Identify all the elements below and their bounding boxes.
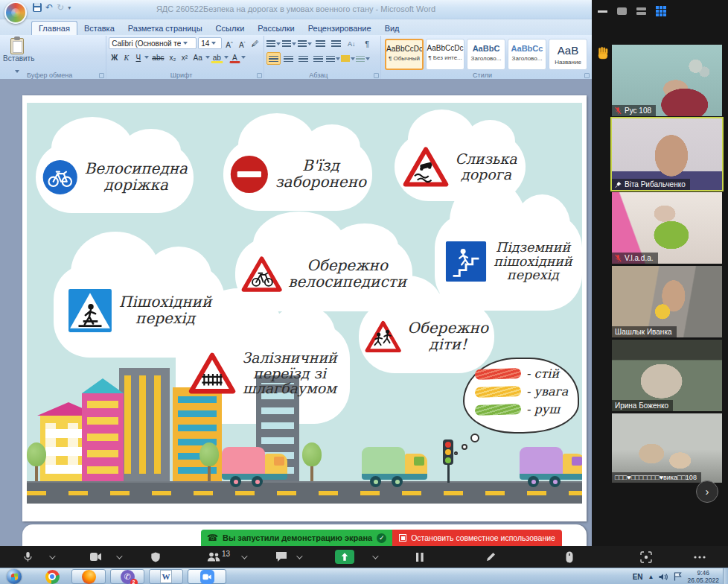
more-button[interactable]: [694, 546, 706, 568]
taskbar-word-button[interactable]: W: [149, 569, 183, 584]
participant-tile[interactable]: Віта Рибальченко: [612, 118, 722, 190]
bubble-tail-circle: [470, 434, 479, 442]
font-size-select[interactable]: 14: [198, 37, 222, 49]
action-center-flag-icon[interactable]: [674, 572, 682, 581]
participant-tile[interactable]: □□□♥□□□□□□□♥вика□□108: [612, 413, 722, 483]
security-button[interactable]: [150, 546, 161, 568]
bold-button[interactable]: Ж: [109, 51, 120, 63]
taskbar-zoom-button[interactable]: [188, 569, 226, 584]
bullets-button[interactable]: [266, 37, 281, 50]
align-center-button[interactable]: [281, 52, 296, 65]
multilevel-list-button[interactable]: [298, 37, 312, 50]
office-button[interactable]: [4, 1, 27, 24]
tab-mailings[interactable]: Рассылки: [251, 22, 301, 35]
tab-insert[interactable]: Вставка: [77, 22, 121, 35]
clear-formatting-button[interactable]: 🖉: [249, 37, 261, 49]
show-desktop-button[interactable]: [723, 568, 728, 584]
grid-view-icon[interactable]: [656, 6, 659, 9]
remote-control-button[interactable]: [566, 546, 573, 568]
numbering-button[interactable]: [282, 37, 296, 50]
participant-tile[interactable]: Рус 108: [612, 45, 722, 116]
underline-button[interactable]: Ч: [132, 51, 144, 63]
tab-references[interactable]: Ссылки: [209, 22, 252, 35]
participant-tile[interactable]: Шашлык Иванка: [612, 266, 722, 337]
underline-dropdown-icon[interactable]: [144, 56, 149, 59]
phone-icon: ☎: [207, 533, 218, 543]
road-safety-illustration: Велосипедна доріжка В'їзд: [27, 103, 582, 504]
font-color-button[interactable]: А: [229, 51, 240, 63]
superscript-button[interactable]: x²: [179, 51, 190, 63]
strikethrough-button[interactable]: abc: [150, 51, 166, 63]
mute-button[interactable]: [22, 546, 33, 568]
highlight-dropdown-icon[interactable]: [224, 56, 229, 59]
increase-indent-button[interactable]: [329, 37, 343, 50]
shrink-font-button[interactable]: Аˇ: [237, 37, 248, 49]
grow-font-button[interactable]: А^: [223, 37, 235, 49]
video-options-chevron-icon[interactable]: [116, 546, 121, 568]
font-name-select[interactable]: Calibri (Основной те: [109, 37, 197, 49]
pause-share-button[interactable]: [415, 546, 424, 568]
tab-review[interactable]: Рецензирование: [301, 22, 378, 35]
line-spacing-button[interactable]: [326, 52, 340, 65]
style-heading1[interactable]: AaBbC Заголово...: [467, 39, 505, 70]
taskbar-viber-button[interactable]: ✆2: [110, 569, 144, 584]
participant-tile[interactable]: Ирина Боженко: [612, 340, 722, 411]
decrease-indent-button[interactable]: [313, 37, 328, 50]
tab-page-layout[interactable]: Разметка страницы: [121, 22, 209, 35]
style-normal[interactable]: AaBbCcDc ¶ Обычный: [385, 39, 424, 70]
paragraph-dialog-launcher[interactable]: [374, 73, 379, 78]
red-light-scribble: [475, 367, 521, 379]
video-button[interactable]: [89, 546, 102, 568]
minimize-panel-icon[interactable]: [598, 10, 607, 13]
record-button[interactable]: [640, 546, 652, 568]
style-no-spacing[interactable]: AaBbCcDc ¶ Без инте...: [426, 39, 464, 70]
next-participants-page-button[interactable]: ›: [696, 480, 718, 503]
participants-chevron-icon[interactable]: [241, 546, 246, 568]
tab-home[interactable]: Главная: [31, 21, 77, 35]
shading-button[interactable]: [341, 52, 355, 65]
align-right-button[interactable]: [296, 52, 310, 65]
font-dialog-launcher[interactable]: [257, 73, 262, 78]
tray-expand-icon[interactable]: ▲: [648, 574, 654, 580]
case-dropdown-icon[interactable]: [205, 56, 210, 59]
highlight-button[interactable]: ab: [211, 51, 223, 63]
show-paragraph-marks-button[interactable]: ¶: [360, 37, 374, 50]
paste-button[interactable]: Вставить: [3, 37, 31, 76]
tray-clock[interactable]: 9:46 26.05.2022: [687, 569, 719, 584]
volume-icon[interactable]: [659, 573, 668, 581]
annotate-button[interactable]: [485, 546, 496, 568]
italic-button[interactable]: К: [121, 51, 132, 63]
participants-button[interactable]: 13: [207, 546, 230, 568]
sort-button[interactable]: А↓: [345, 37, 359, 50]
share-options-chevron-icon[interactable]: [372, 546, 377, 568]
subscript-button[interactable]: x₂: [167, 51, 178, 63]
stop-share-button[interactable]: Остановить совместное использование: [392, 530, 562, 546]
cloud-text: Залізничний: [242, 350, 337, 366]
style-heading2[interactable]: AaBbCc Заголово...: [508, 39, 546, 70]
taskbar-firefox-button[interactable]: [71, 569, 106, 584]
start-button[interactable]: [6, 569, 22, 584]
document-page[interactable]: Велосипедна доріжка В'їзд: [22, 95, 587, 521]
go-label: - руш: [526, 402, 560, 416]
paste-label: Вставить: [3, 54, 31, 63]
taskbar-chrome-button[interactable]: [43, 569, 61, 584]
chat-chevron-icon[interactable]: [296, 546, 301, 568]
mic-options-chevron-icon[interactable]: [49, 546, 54, 568]
speaker-view-icon[interactable]: [617, 7, 627, 15]
participant-tile[interactable]: V.l.a.d.a.: [612, 192, 722, 264]
font-color-dropdown-icon[interactable]: [241, 56, 246, 59]
clipboard-group: Вставить ✂Вырезать ⧉Копировать 🖉Формат п…: [1, 36, 106, 80]
style-title[interactable]: AaB Название: [549, 39, 587, 70]
share-screen-button[interactable]: [335, 546, 354, 568]
clipboard-dialog-launcher[interactable]: [99, 73, 104, 78]
language-indicator[interactable]: EN: [633, 573, 643, 581]
railway-crossing-sign-icon: [188, 351, 236, 396]
borders-button[interactable]: [356, 52, 370, 65]
tab-view[interactable]: Вид: [378, 22, 406, 35]
gallery-view-icon[interactable]: [636, 7, 646, 15]
justify-button[interactable]: [311, 52, 325, 65]
styles-dialog-launcher[interactable]: [584, 73, 590, 78]
change-case-button[interactable]: Аа: [191, 51, 204, 63]
align-left-button[interactable]: [266, 52, 281, 65]
chat-button[interactable]: [275, 546, 287, 568]
